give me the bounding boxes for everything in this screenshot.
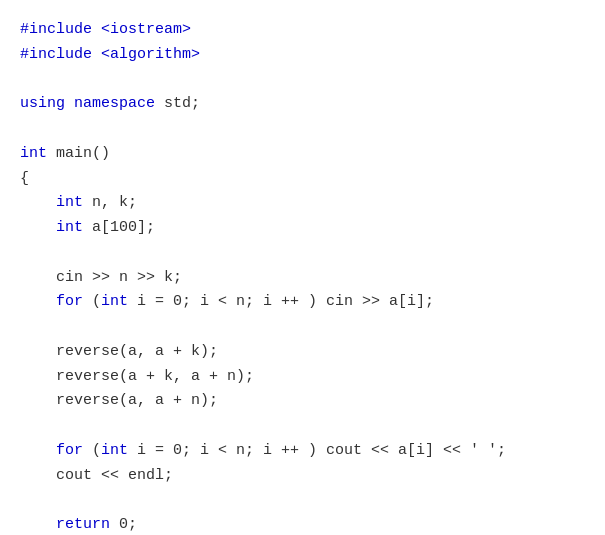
code-segment: ( (83, 442, 101, 459)
code-segment: cin >> n >> k; (20, 269, 182, 286)
code-line: int a[100]; (20, 216, 585, 241)
empty-line (20, 117, 585, 142)
empty-line (20, 488, 585, 513)
code-segment: <algorithm> (101, 46, 200, 63)
code-segment: int (20, 145, 47, 162)
code-line: int main() (20, 142, 585, 167)
code-segment (20, 194, 56, 211)
code-line: cin >> n >> k; (20, 266, 585, 291)
code-segment: int (56, 194, 83, 211)
code-segment: cout << endl; (20, 467, 173, 484)
code-line: reverse(a + k, a + n); (20, 365, 585, 390)
empty-line (20, 68, 585, 93)
code-segment: std; (155, 95, 200, 112)
code-segment: return (56, 516, 110, 533)
code-segment: main() (47, 145, 110, 162)
code-line: cout << endl; (20, 464, 585, 489)
code-segment: reverse(a, a + k); (20, 343, 218, 360)
code-line: #include <algorithm> (20, 43, 585, 68)
code-line: int n, k; (20, 191, 585, 216)
code-segment (20, 442, 56, 459)
code-line: #include <iostream> (20, 18, 585, 43)
code-segment (20, 516, 56, 533)
code-segment: reverse(a, a + n); (20, 392, 218, 409)
code-segment: i = 0; i < n; i ++ ) cout << a[i] << ' '… (128, 442, 506, 459)
code-line: using namespace std; (20, 92, 585, 117)
empty-line (20, 414, 585, 439)
code-segment: int (101, 293, 128, 310)
code-line: return 0; (20, 513, 585, 535)
code-segment: for (56, 293, 83, 310)
code-segment: a[100]; (83, 219, 155, 236)
code-segment: ( (83, 293, 101, 310)
code-line: for (int i = 0; i < n; i ++ ) cout << a[… (20, 439, 585, 464)
code-segment: { (20, 170, 29, 187)
code-segment (65, 95, 74, 112)
code-segment: i = 0; i < n; i ++ ) cin >> a[i]; (128, 293, 434, 310)
code-block: #include <iostream>#include <algorithm>u… (20, 18, 585, 535)
code-segment (20, 219, 56, 236)
code-segment: #include (20, 46, 101, 63)
code-segment: using (20, 95, 65, 112)
code-segment: reverse(a + k, a + n); (20, 368, 254, 385)
code-line: { (20, 167, 585, 192)
code-segment: n, k; (83, 194, 137, 211)
code-segment: int (56, 219, 83, 236)
code-segment: 0; (110, 516, 137, 533)
code-line: reverse(a, a + n); (20, 389, 585, 414)
code-line: reverse(a, a + k); (20, 340, 585, 365)
code-segment: namespace (74, 95, 155, 112)
code-container: #include <iostream>#include <algorithm>u… (0, 0, 605, 535)
code-segment: #include (20, 21, 101, 38)
code-segment: for (56, 442, 83, 459)
code-segment (20, 293, 56, 310)
code-segment: <iostream> (101, 21, 191, 38)
code-segment: int (101, 442, 128, 459)
empty-line (20, 315, 585, 340)
code-line: for (int i = 0; i < n; i ++ ) cin >> a[i… (20, 290, 585, 315)
empty-line (20, 241, 585, 266)
